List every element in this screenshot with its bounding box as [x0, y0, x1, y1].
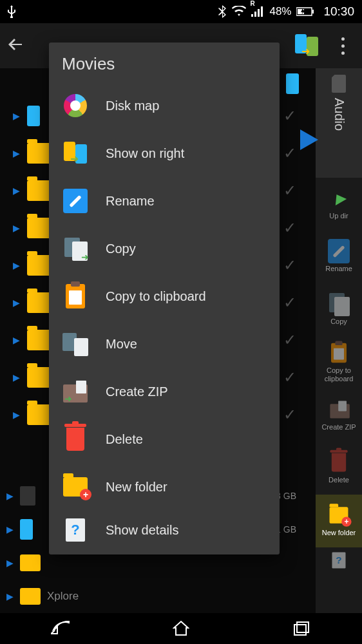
menu-item-copy[interactable]: ➜ Copy — [49, 225, 280, 272]
back-button[interactable] — [6, 35, 24, 56]
sidebar-label: Copy to clipboard — [316, 366, 362, 383]
check-icon: ✓ — [283, 294, 296, 312]
sidebar-copy-button[interactable]: Copy — [316, 283, 362, 336]
navigation-bar — [0, 613, 362, 644]
sidebar-label: Create ZIP — [321, 423, 356, 431]
sidebar-label: Delete — [329, 476, 349, 484]
check-icon: ✓ — [283, 144, 296, 162]
menu-item-rename[interactable]: Rename — [49, 177, 280, 225]
sidebar-label: Up dir — [329, 212, 348, 220]
clock: 10:30 — [323, 5, 354, 19]
sd-card-icon — [332, 75, 346, 93]
details-icon: ? — [66, 518, 85, 542]
menu-item-delete[interactable]: Delete — [49, 415, 280, 463]
menu-item-copyclip[interactable]: Copy to clipboard — [49, 272, 280, 320]
svg-rect-2 — [258, 9, 260, 17]
updir-icon — [331, 191, 347, 205]
disk-map-icon — [64, 94, 87, 117]
svg-rect-7 — [294, 625, 306, 635]
menu-item-newfolder[interactable]: + New folder — [49, 463, 280, 511]
show-right-icon: ➜ — [62, 140, 88, 166]
phone-icon — [20, 519, 33, 540]
sidebar-newfolder-button[interactable]: + New folder — [316, 495, 362, 547]
check-icon: ✓ — [283, 331, 296, 349]
menu-item-showright[interactable]: ➜ Show on right — [49, 129, 280, 177]
check-icon: ✓ — [283, 256, 296, 274]
menu-item-createzip[interactable]: ➜ Create ZIP — [49, 368, 280, 415]
menu-item-label: New folder — [106, 480, 167, 495]
menu-item-showdetails[interactable]: ? Show details — [49, 511, 280, 549]
menu-item-move[interactable]: Move — [49, 320, 280, 368]
sidebar-copyclip-button[interactable]: Copy to clipboard — [316, 336, 362, 389]
trash-icon — [66, 428, 84, 451]
move-icon — [62, 332, 88, 356]
menu-item-label: Rename — [106, 194, 155, 209]
sidebar-delete-button[interactable]: Delete — [316, 442, 362, 495]
sidebar-label: New folder — [322, 529, 356, 537]
bg-phone-icon — [286, 73, 299, 94]
svg-rect-0 — [251, 14, 253, 17]
battery-icon — [296, 7, 314, 16]
check-icon: ✓ — [283, 182, 296, 200]
menu-item-label: Create ZIP — [106, 384, 168, 399]
sidebar-label: Copy — [330, 317, 347, 326]
usb-icon — [8, 5, 15, 18]
sidebar-rename-button[interactable]: Rename — [316, 231, 362, 283]
star-folder-icon — [20, 588, 41, 605]
wifi-icon — [232, 6, 246, 17]
audio-tab-label: Audio — [332, 98, 347, 131]
svg-rect-1 — [254, 12, 256, 17]
check-icon: ✓ — [283, 406, 296, 424]
new-folder-icon: + — [63, 477, 88, 497]
menu-item-label: Copy — [106, 242, 136, 256]
menu-item-label: Disk map — [106, 99, 159, 113]
zip-icon: ➜ — [63, 381, 88, 402]
check-icon: ✓ — [283, 368, 296, 386]
sd-card-icon — [20, 486, 35, 506]
bg-label: Xplore — [47, 590, 79, 603]
svg-rect-8 — [297, 622, 309, 632]
sidebar-updir-button[interactable]: Up dir — [316, 178, 362, 231]
menu-item-label: Copy to clipboard — [106, 289, 206, 304]
menu-item-label: Show on right — [106, 146, 184, 161]
audio-tab[interactable]: Audio — [316, 68, 362, 178]
battery-percent: 48% — [269, 5, 291, 18]
sidebar-createzip-button[interactable]: Create ZIP — [316, 389, 362, 442]
sidebar-label: Rename — [325, 265, 352, 273]
signal-icon: R — [251, 6, 264, 17]
context-menu: Movies Disk map ➜ Show on right Rename ➜… — [49, 43, 280, 554]
bluetooth-icon — [218, 5, 227, 18]
rename-icon — [63, 189, 88, 213]
nav-back-button[interactable] — [35, 616, 86, 641]
menu-item-label: Move — [106, 337, 137, 352]
toolbar-transfer-icon[interactable]: ➜ — [294, 33, 319, 59]
menu-item-label: Delete — [106, 432, 143, 447]
context-menu-title: Movies — [49, 54, 280, 82]
menu-item-label: Show details — [106, 523, 178, 538]
bg-fav-row[interactable]: ▶ Xplore — [0, 580, 309, 613]
check-icon: ✓ — [283, 219, 296, 237]
menu-overflow-button[interactable] — [330, 33, 356, 59]
status-bar: R 48% 10:30 — [0, 0, 362, 23]
check-icon: ✓ — [283, 107, 296, 125]
clipboard-icon — [66, 284, 85, 308]
menu-item-diskmap[interactable]: Disk map — [49, 82, 280, 129]
pane-arrow-icon — [300, 129, 318, 150]
nav-home-button[interactable] — [155, 616, 207, 641]
svg-rect-6 — [312, 10, 314, 14]
copy-icon: ➜ — [63, 236, 88, 261]
nav-recent-button[interactable] — [276, 616, 327, 641]
star-folder-icon — [20, 554, 41, 571]
svg-rect-3 — [261, 6, 263, 17]
right-sidebar: Audio Up dir Rename Copy Copy to clipboa… — [316, 68, 362, 613]
sidebar-more-button[interactable]: ? — [316, 547, 362, 573]
